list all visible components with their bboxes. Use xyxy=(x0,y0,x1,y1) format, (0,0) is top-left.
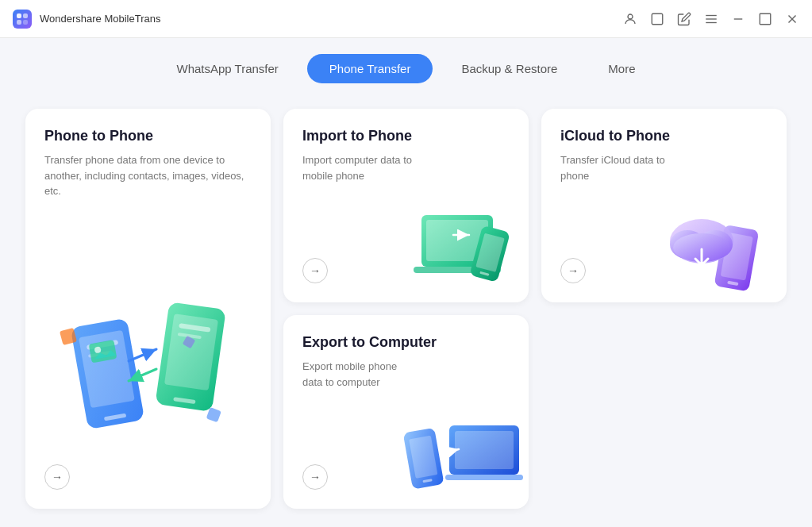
svg-rect-3 xyxy=(23,20,28,25)
card-icloud-title: iCloud to Phone xyxy=(560,128,768,144)
svg-rect-24 xyxy=(206,407,221,422)
card-import-to-phone[interactable]: Import to Phone Import computer data to … xyxy=(283,109,529,302)
title-bar: Wondershare MobileTrans xyxy=(0,0,812,38)
card-import-title: Import to Phone xyxy=(302,128,510,144)
phone-to-phone-illustration xyxy=(44,274,252,464)
svg-rect-5 xyxy=(652,13,663,25)
square-icon[interactable] xyxy=(650,12,664,26)
edit-icon[interactable] xyxy=(677,12,691,26)
svg-rect-0 xyxy=(17,13,21,18)
close-button[interactable] xyxy=(785,12,799,26)
svg-rect-1 xyxy=(23,13,28,18)
icloud-to-phone-arrow[interactable]: → xyxy=(560,258,586,283)
tab-phone-transfer[interactable]: Phone Transfer xyxy=(307,54,433,83)
card-export-title: Export to Computer xyxy=(302,334,510,351)
card-phone-to-phone-desc: Transfer phone data from one device to a… xyxy=(44,152,252,274)
export-to-computer-arrow[interactable]: → xyxy=(302,464,328,490)
svg-rect-10 xyxy=(760,13,771,25)
tab-more[interactable]: More xyxy=(586,54,657,83)
tab-whatsapp-transfer[interactable]: WhatsApp Transfer xyxy=(154,54,300,83)
card-export-to-computer[interactable]: Export to Computer Export mobile phone d… xyxy=(283,315,529,509)
nav-bar: WhatsApp Transfer Phone Transfer Backup … xyxy=(0,38,812,96)
title-bar-left: Wondershare MobileTrans xyxy=(13,10,160,29)
user-icon[interactable] xyxy=(623,12,637,26)
svg-rect-45 xyxy=(455,431,514,469)
app-title: Wondershare MobileTrans xyxy=(40,13,160,25)
phone-to-phone-arrow[interactable]: → xyxy=(44,464,70,490)
export-illustration xyxy=(402,406,529,501)
card-icloud-to-phone[interactable]: iCloud to Phone Transfer iCloud data to … xyxy=(541,109,787,302)
window-controls xyxy=(623,12,799,26)
import-to-phone-arrow[interactable]: → xyxy=(302,258,328,283)
svg-rect-46 xyxy=(445,475,523,480)
card-import-desc: Import computer data to mobile phone xyxy=(302,152,417,258)
menu-icon[interactable] xyxy=(704,12,718,26)
minimize-button[interactable] xyxy=(731,12,745,26)
svg-point-4 xyxy=(628,14,633,19)
import-illustration xyxy=(402,199,529,294)
main-content: Phone to Phone Transfer phone data from … xyxy=(0,96,812,527)
icloud-illustration xyxy=(660,199,787,294)
svg-rect-2 xyxy=(17,20,21,25)
tab-backup-restore[interactable]: Backup & Restore xyxy=(439,54,579,83)
card-phone-to-phone-title: Phone to Phone xyxy=(44,128,252,144)
card-phone-to-phone[interactable]: Phone to Phone Transfer phone data from … xyxy=(25,109,271,509)
card-export-desc: Export mobile phone data to computer xyxy=(302,359,417,464)
app-icon xyxy=(13,10,32,29)
card-icloud-desc: Transfer iCloud data to phone xyxy=(560,152,675,258)
maximize-button[interactable] xyxy=(758,12,772,26)
